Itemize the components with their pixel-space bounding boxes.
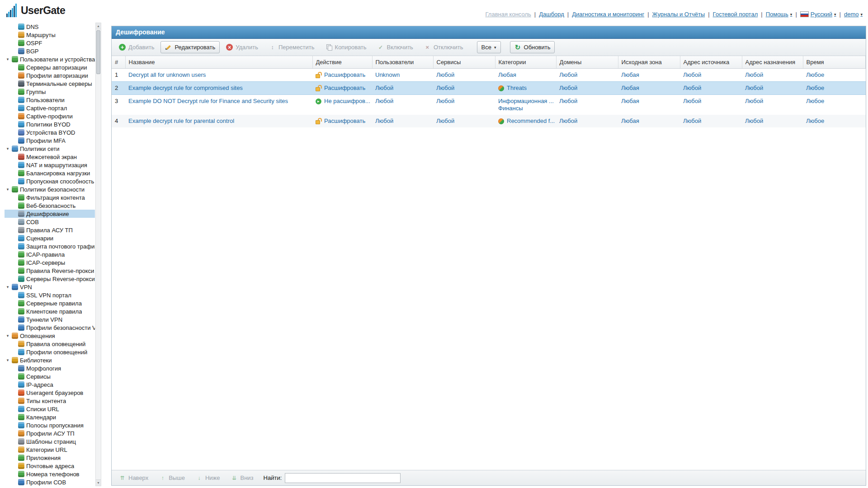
sidebar-item-ip-addresses[interactable]: IP-адреса <box>5 380 95 389</box>
column-header-time[interactable]: Время <box>803 56 866 69</box>
sidebar-item-useragents[interactable]: Useragent браузеров <box>5 389 95 397</box>
dst_addr-link[interactable]: Любой <box>745 84 763 91</box>
sidebar-item-url-lists[interactable]: Списки URL <box>5 405 95 413</box>
src_addr-link[interactable]: Любой <box>683 71 701 78</box>
nav-link-diagnostics[interactable]: Диагностика и мониторинг <box>572 11 644 18</box>
dst_addr-link[interactable]: Любой <box>745 71 763 78</box>
src_addr-link[interactable]: Любой <box>683 98 701 104</box>
sidebar-item-reverse-proxy-rules[interactable]: Правила Reverse-прокси <box>5 267 95 275</box>
dst_addr-link[interactable]: Любой <box>745 98 763 104</box>
sidebar-item-web-security[interactable]: Веб-безопасность <box>5 202 95 210</box>
column-header-users[interactable]: Пользователи <box>372 56 433 69</box>
sidebar-item-bandwidth[interactable]: Пропускная способность <box>5 177 95 185</box>
column-header-services[interactable]: Сервисы <box>433 56 495 69</box>
filter-button[interactable]: Все <box>477 41 501 53</box>
sidebar-item-users-devices[interactable]: Пользователи и устройства <box>5 55 95 63</box>
sidebar-item-notification-profiles[interactable]: Профили оповещений <box>5 348 95 356</box>
move-bottom-button[interactable]: Вниз <box>226 472 258 484</box>
time-link[interactable]: Любое <box>806 98 824 104</box>
sidebar-item-notifications[interactable]: Оповещения <box>5 332 95 340</box>
rule-name-link[interactable]: Example decrypt rule for compromised sit… <box>128 84 243 91</box>
sidebar-scrollbar[interactable] <box>95 23 101 486</box>
sidebar-item-libraries[interactable]: Библиотеки <box>5 356 95 364</box>
sidebar-item-groups[interactable]: Группы <box>5 88 95 96</box>
rule-name-link[interactable]: Decrypt all for unknown users <box>128 71 206 78</box>
sidebar-item-scada-profiles[interactable]: Профили АСУ ТП <box>5 429 95 437</box>
sidebar-item-url-categories[interactable]: Категории URL <box>5 446 95 454</box>
sidebar-item-scada-rules[interactable]: Правила АСУ ТП <box>5 226 95 234</box>
sidebar-item-routes[interactable]: Маршруты <box>5 31 95 39</box>
sidebar-item-ospf[interactable]: OSPF <box>5 39 95 47</box>
sidebar-item-byod-devices[interactable]: Устройства BYOD <box>5 128 95 136</box>
nav-link-user[interactable]: demo <box>844 11 863 18</box>
services-link[interactable]: Любой <box>436 71 454 78</box>
sidebar-item-mfa-profiles[interactable]: Профили MFA <box>5 136 95 145</box>
sidebar-item-vpn-tunnels[interactable]: Туннели VPN <box>5 315 95 324</box>
category-link[interactable]: Recommended f... <box>507 117 555 125</box>
sidebar-item-calendars[interactable]: Календари <box>5 413 95 421</box>
enable-button[interactable]: Включить <box>373 41 418 53</box>
services-link[interactable]: Любой <box>436 84 454 91</box>
action-link[interactable]: Расшифровать <box>324 84 365 91</box>
sidebar-item-users[interactable]: Пользователи <box>5 96 95 104</box>
sidebar-item-page-templates[interactable]: Шаблоны страниц <box>5 437 95 446</box>
src_zone-link[interactable]: Любая <box>621 117 639 124</box>
expand-caret-icon[interactable] <box>5 146 10 151</box>
src_zone-link[interactable]: Любая <box>621 98 639 104</box>
sidebar-item-firewall[interactable]: Межсетевой экран <box>5 153 95 161</box>
move-button[interactable]: Переместить <box>264 41 319 53</box>
expand-caret-icon[interactable] <box>5 187 10 192</box>
sidebar-item-security-policies[interactable]: Политики безопасности <box>5 185 95 193</box>
action-link[interactable]: Не расшифров... <box>324 98 370 104</box>
dst_addr-link[interactable]: Любой <box>745 117 763 124</box>
time-link[interactable]: Любое <box>806 71 824 78</box>
scrollbar-thumb[interactable] <box>96 30 100 74</box>
nav-link-logs-reports[interactable]: Журналы и Отчёты <box>652 11 705 18</box>
sidebar-item-ids-profiles[interactable]: Профили СОВ <box>5 478 95 486</box>
sidebar-item-dns[interactable]: DNS <box>5 23 95 31</box>
scroll-up-icon[interactable] <box>96 23 101 29</box>
users-link[interactable]: Любой <box>375 98 393 104</box>
sidebar-item-bgp[interactable]: BGP <box>5 47 95 55</box>
scroll-down-icon[interactable] <box>96 479 101 486</box>
delete-button[interactable]: Удалить <box>222 41 263 53</box>
sidebar-item-phone-numbers[interactable]: Номера телефонов <box>5 470 95 478</box>
sidebar-item-services[interactable]: Сервисы <box>5 372 95 380</box>
category-link[interactable]: Любая <box>498 71 516 79</box>
edit-button[interactable]: Редактировать <box>160 41 220 53</box>
sidebar-item-load-balancing[interactable]: Балансировка нагрузки <box>5 169 95 177</box>
domains-link[interactable]: Любой <box>559 117 577 124</box>
column-header-src_zone[interactable]: Исходная зона <box>618 56 680 69</box>
action-link[interactable]: Расшифровать <box>324 71 365 78</box>
src_addr-link[interactable]: Любой <box>683 117 701 124</box>
column-header-src_addr[interactable]: Адрес источника <box>680 56 742 69</box>
sidebar-item-byod-policies[interactable]: Политики BYOD <box>5 120 95 128</box>
src_addr-link[interactable]: Любой <box>683 84 701 91</box>
sidebar-item-morphology[interactable]: Морфология <box>5 364 95 372</box>
column-header-dst_addr[interactable]: Адрес назначения <box>742 56 803 69</box>
users-link[interactable]: Unknown <box>375 71 400 78</box>
users-link[interactable]: Любой <box>375 84 393 91</box>
nav-link-main-console[interactable]: Главная консоль <box>486 11 531 18</box>
services-link[interactable]: Любой <box>436 117 454 124</box>
table-row[interactable]: 1Decrypt all for unknown usersРасшифрова… <box>112 69 866 82</box>
users-link[interactable]: Любой <box>375 117 393 124</box>
sidebar-item-scenarios[interactable]: Сценарии <box>5 234 95 242</box>
sidebar-item-content-filtering[interactable]: Фильтрация контента <box>5 193 95 202</box>
expand-caret-icon[interactable] <box>5 57 10 61</box>
sidebar-item-ids[interactable]: СОВ <box>5 218 95 226</box>
sidebar-item-bandwidth-pools[interactable]: Полосы пропускания <box>5 421 95 429</box>
time-link[interactable]: Любое <box>806 84 824 91</box>
add-button[interactable]: Добавить <box>114 41 159 53</box>
sidebar-item-auth-profiles[interactable]: Профили авторизации <box>5 71 95 80</box>
find-input[interactable] <box>285 473 401 483</box>
column-header-num[interactable]: # <box>112 56 125 69</box>
sidebar-item-network-policies[interactable]: Политики сети <box>5 145 95 153</box>
domains-link[interactable]: Любой <box>559 98 577 104</box>
expand-caret-icon[interactable] <box>5 285 10 289</box>
category-link[interactable]: Threats <box>507 84 527 92</box>
sidebar-item-nat-routing[interactable]: NAT и маршрутизация <box>5 161 95 169</box>
sidebar-item-decryption[interactable]: Дешифрование <box>5 210 95 218</box>
expand-caret-icon[interactable] <box>5 358 10 362</box>
time-link[interactable]: Любое <box>806 117 824 124</box>
